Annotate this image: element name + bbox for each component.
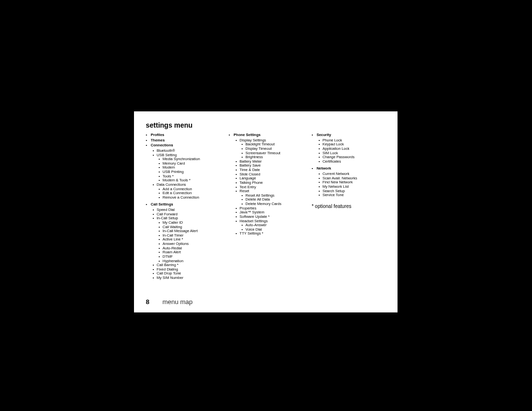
list-item: TTY Settings * <box>235 232 302 236</box>
columns: ProfilesThemesConnectionsBluetooth®USB S… <box>146 133 386 283</box>
list-item: Remove a Connection <box>159 196 220 200</box>
item-label: Service Tone <box>323 193 344 197</box>
item-label: My SIM Number <box>157 275 183 280</box>
sub-items: Reset All SettingsDelete All DataDelete … <box>239 194 302 206</box>
section-title: Themes <box>151 138 165 142</box>
item-label: In-Call Setup <box>157 216 178 220</box>
sub-items: Backlight TimeoutDisplay TimeoutScreensa… <box>239 142 302 160</box>
section-title: Network <box>317 166 332 171</box>
section: Themes <box>146 138 220 143</box>
section-list: Phone SettingsDisplay SettingsBacklight … <box>229 133 302 236</box>
section: ConnectionsBluetooth®USB SettingMedia Sy… <box>146 143 220 200</box>
section-title: Connections <box>151 143 173 147</box>
section-items: Bluetooth®USB SettingMedia Synchronizati… <box>151 149 220 200</box>
sub-items: Media SynchronizationMemory CardModemUSB… <box>157 157 220 183</box>
section-title: Security <box>317 133 332 137</box>
list-item: Display SettingsBacklight TimeoutDisplay… <box>235 138 302 160</box>
list-item: In-Call SetupMy Caller IDCall WaitingIn-… <box>153 216 220 263</box>
section: Profiles <box>146 133 220 137</box>
section-items: Speed DialCall ForwardIn-Call SetupMy Ca… <box>151 208 220 280</box>
item-label: Reset <box>239 189 249 193</box>
list-item: USB SettingMedia SynchronizationMemory C… <box>153 153 220 183</box>
item-label: TTY Settings * <box>239 231 263 236</box>
section-items: Phone LockKeypad LockApplication LockSIM… <box>317 138 386 164</box>
item-label: Certificates <box>323 159 341 164</box>
sub-items: Add a ConnectionEdit a ConnectionRemove … <box>157 187 220 200</box>
list-item: ResetReset All SettingsDelete All DataDe… <box>235 189 302 206</box>
section-title: Profiles <box>151 133 165 137</box>
item-label: Data Connections <box>157 182 186 187</box>
section-title: Phone Settings <box>233 133 261 137</box>
list-item: My SIM Number <box>153 276 220 280</box>
section-items: Current NetworkScan Avail. NetworksFind … <box>317 172 386 198</box>
footer: 8 menu map <box>146 298 193 306</box>
footer-label: menu map <box>163 298 193 306</box>
list-item: Certificates <box>319 160 386 164</box>
page-title: settings menu <box>146 121 386 129</box>
column-2: Phone SettingsDisplay SettingsBacklight … <box>229 133 302 283</box>
list-item: Service Tone <box>319 193 386 198</box>
section-list: SecurityPhone LockKeypad LockApplication… <box>312 133 386 198</box>
sub-items: Auto-AnswerVoice Dial <box>239 223 302 232</box>
list-item: Headset SettingsAuto-AnswerVoice Dial <box>235 219 302 232</box>
list-item: Data ConnectionsAdd a ConnectionEdit a C… <box>153 183 220 200</box>
section-list: ProfilesThemesConnectionsBluetooth®USB S… <box>146 133 220 280</box>
optional-features-note: * optional features <box>312 204 386 209</box>
section: NetworkCurrent NetworkScan Avail. Networ… <box>312 167 386 197</box>
page-number: 8 <box>146 298 161 306</box>
section: Call SettingsSpeed DialCall ForwardIn-Ca… <box>146 203 220 280</box>
section-items: Display SettingsBacklight TimeoutDisplay… <box>233 138 302 236</box>
sub-items: My Caller IDCall WaitingIn-Call Message … <box>157 221 220 263</box>
section: SecurityPhone LockKeypad LockApplication… <box>312 133 386 164</box>
document-page: settings menu ProfilesThemesConnectionsB… <box>134 111 398 312</box>
column-1: ProfilesThemesConnectionsBluetooth®USB S… <box>146 133 220 283</box>
section-title: Call Settings <box>151 202 173 206</box>
section: Phone SettingsDisplay SettingsBacklight … <box>229 133 302 236</box>
column-3: SecurityPhone LockKeypad LockApplication… <box>312 133 386 283</box>
